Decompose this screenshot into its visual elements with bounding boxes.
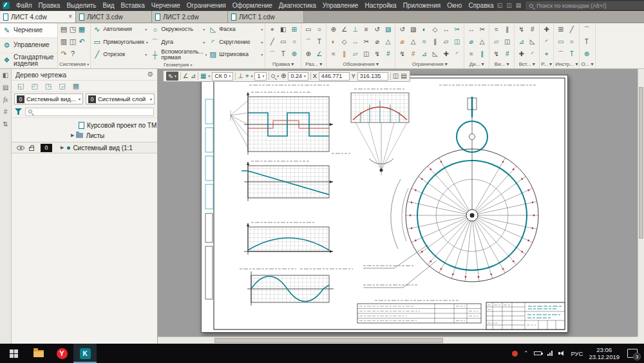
clock[interactable]: 23:06 23.12.2019: [589, 346, 620, 360]
menu-item[interactable]: Вид: [100, 0, 118, 11]
battery-icon[interactable]: [534, 351, 542, 355]
tool-icon[interactable]: ⊞: [558, 26, 564, 33]
panel-fx-icon[interactable]: fx: [3, 97, 8, 103]
tool-icon[interactable]: ⌖: [545, 51, 549, 57]
tool-icon[interactable]: ≈: [422, 39, 426, 45]
menu-item[interactable]: Вставка: [118, 0, 148, 11]
menu-item[interactable]: Правка: [35, 0, 64, 11]
document-tab[interactable]: ЛИСТ 2.cdw: [152, 11, 228, 23]
angle-icon[interactable]: ∠: [183, 73, 189, 79]
tool-icon[interactable]: ✚: [544, 26, 549, 33]
taskbar-kompas-button[interactable]: K: [73, 344, 97, 363]
start-button[interactable]: [0, 344, 27, 363]
tree-layouts-icon[interactable]: ◲: [59, 83, 65, 90]
tool-icon[interactable]: ∥: [480, 51, 484, 57]
tool-icon[interactable]: ⊞: [292, 26, 297, 33]
tool-icon[interactable]: ↯: [494, 51, 499, 57]
document-tab[interactable]: ЛИСТ 3.cdw: [76, 11, 152, 23]
panel-swap-icon[interactable]: ⇅: [3, 121, 8, 128]
action-center-icon[interactable]: 3: [627, 349, 638, 358]
zoom-fit-icon[interactable]: ⊕: [281, 73, 286, 79]
tray-app-icon[interactable]: [512, 351, 518, 357]
tool-icon[interactable]: ▭: [280, 39, 286, 45]
tool-icon[interactable]: ↺: [400, 26, 405, 33]
tool-icon[interactable]: T: [317, 39, 321, 45]
toolset-button[interactable]: ⚙Управление: [0, 38, 57, 53]
tool-icon[interactable]: T: [585, 39, 589, 45]
tool-icon[interactable]: ◇: [342, 39, 347, 45]
tool-icon[interactable]: ⊕: [292, 51, 297, 57]
tool-icon[interactable]: ∥: [343, 51, 346, 57]
tool-icon[interactable]: #: [506, 51, 509, 57]
panel-grid-icon[interactable]: #: [4, 109, 8, 115]
volume-icon[interactable]: [558, 351, 565, 357]
tool-icon[interactable]: ◜: [456, 51, 459, 57]
tool-icon[interactable]: ▭: [558, 39, 564, 45]
tool-icon[interactable]: ∥: [506, 26, 509, 33]
tool-icon[interactable]: ✚: [519, 51, 524, 57]
tool-button[interactable]: ▭Прямоугольник▾: [91, 36, 149, 49]
tool-icon[interactable]: ≡: [365, 26, 368, 33]
section-label[interactable]: Правка ▾: [265, 61, 301, 68]
tree-views-icon[interactable]: ◰: [31, 83, 37, 90]
section-label[interactable]: О... ▾: [580, 61, 594, 68]
tool-icon[interactable]: ⌀: [401, 39, 404, 45]
tool-icon[interactable]: ↔: [468, 26, 475, 33]
coordinate-system-select[interactable]: СК 0 ▾: [212, 72, 233, 81]
tool-icon[interactable]: ⌀: [375, 39, 379, 45]
visibility-eye-icon[interactable]: [17, 144, 24, 152]
x-coordinate-input[interactable]: 446.771: [319, 72, 350, 81]
tool-icon[interactable]: ≈: [495, 26, 498, 33]
section-label[interactable]: Вст... ▾: [515, 61, 539, 68]
new-document-icon[interactable]: ▤: [61, 26, 67, 33]
current-layer-select[interactable]: 0 Системный слой ▾: [86, 93, 155, 104]
section-label[interactable]: Инстр... ▾: [554, 61, 579, 68]
tool-icon[interactable]: ▭: [305, 26, 311, 33]
menu-item[interactable]: Окно: [444, 0, 465, 11]
tool-icon[interactable]: ⌒: [269, 51, 276, 57]
command-search-input[interactable]: Поиск по командам (Alt+/): [526, 1, 644, 10]
section-label-system[interactable]: Системная ▾: [58, 61, 90, 68]
tool-icon[interactable]: ◐: [332, 39, 336, 45]
tool-icon[interactable]: ╱: [270, 39, 274, 45]
tool-icon[interactable]: ⌖: [270, 26, 274, 33]
toolset-button[interactable]: ❖Стандартные изделия: [0, 54, 57, 68]
zoom-icon[interactable]: [271, 74, 275, 78]
tool-icon[interactable]: ◫: [454, 39, 460, 45]
menu-item[interactable]: Управление: [319, 0, 362, 11]
tool-icon[interactable]: ▱: [353, 51, 358, 57]
window-tool-icon[interactable]: ▤: [516, 0, 522, 11]
menu-item[interactable]: Оформление: [229, 0, 276, 11]
tool-icon[interactable]: ⊿: [519, 39, 524, 45]
horizontal-scrollbar[interactable]: [158, 337, 638, 344]
menu-item[interactable]: Настройка: [361, 0, 399, 11]
tool-icon[interactable]: #: [386, 51, 390, 57]
expand-arrow-icon[interactable]: ▶: [61, 145, 64, 150]
tool-icon[interactable]: ⌒: [558, 51, 564, 57]
tool-icon[interactable]: ↯: [375, 51, 380, 57]
print-icon[interactable]: ▥: [61, 38, 67, 45]
tool-icon[interactable]: ⌒: [583, 26, 590, 33]
tool-icon[interactable]: ↯: [400, 51, 405, 57]
drawing-sheet[interactable]: [201, 75, 568, 333]
toolset-button[interactable]: ✎Черчение: [0, 23, 57, 38]
tool-icon[interactable]: ▱: [444, 39, 449, 45]
lock-icon[interactable]: [29, 147, 34, 151]
tool-icon[interactable]: ○: [317, 26, 321, 33]
tool-icon[interactable]: ↔: [352, 39, 359, 45]
save-icon[interactable]: ▦: [79, 26, 85, 33]
taskbar-explorer-button[interactable]: [27, 344, 50, 363]
tool-icon[interactable]: ◫: [363, 51, 369, 57]
tool-icon[interactable]: ⊕: [306, 51, 311, 57]
section-label[interactable]: Раз... ▾: [301, 61, 326, 68]
menu-item[interactable]: Диагностика: [276, 0, 319, 11]
tool-icon[interactable]: △: [411, 39, 416, 45]
menu-item[interactable]: Выделить: [63, 0, 99, 11]
tool-icon[interactable]: ◜: [531, 51, 534, 57]
menu-item[interactable]: Файл: [13, 0, 35, 11]
window-tool-icon[interactable]: ◱: [497, 0, 503, 11]
tool-icon[interactable]: ∥: [433, 39, 437, 45]
taskbar-browser-button[interactable]: Y: [50, 344, 73, 363]
tree-settings-icon[interactable]: ▦: [73, 83, 79, 90]
tool-icon[interactable]: ↯: [519, 26, 524, 33]
